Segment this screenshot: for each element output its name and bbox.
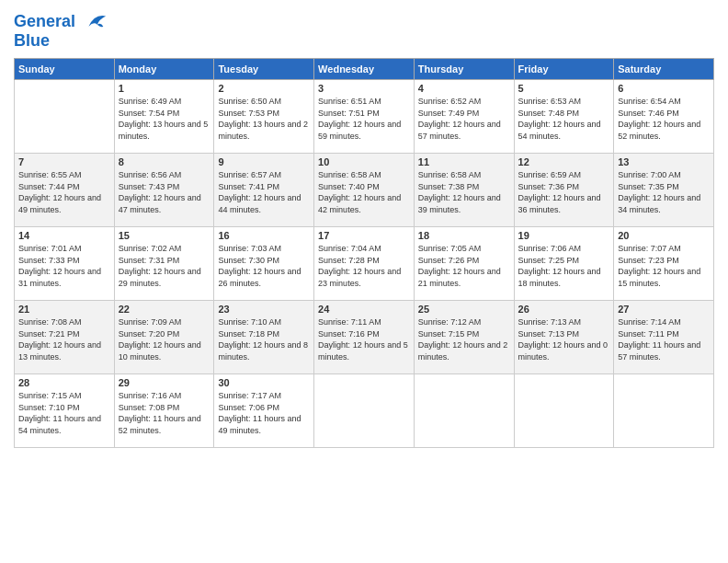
sunset: Sunset: 7:30 PM bbox=[218, 255, 310, 267]
page: General Blue Sunday Monday Tuesday bbox=[0, 0, 728, 563]
cell-5-7 bbox=[614, 374, 714, 448]
sunset: Sunset: 7:28 PM bbox=[318, 255, 410, 267]
cell-2-3: 9Sunrise: 6:57 AMSunset: 7:41 PMDaylight… bbox=[214, 154, 314, 227]
sunrise: Sunrise: 7:08 AM bbox=[18, 316, 110, 328]
cell-2-5: 11Sunrise: 6:58 AMSunset: 7:38 PMDayligh… bbox=[414, 154, 514, 227]
cell-4-5: 25Sunrise: 7:12 AMSunset: 7:15 PMDayligh… bbox=[414, 301, 514, 374]
day-number: 25 bbox=[418, 304, 510, 315]
sunset: Sunset: 7:35 PM bbox=[618, 181, 710, 193]
day-number: 29 bbox=[119, 377, 210, 388]
daylight: Daylight: 13 hours and 2 minutes. bbox=[218, 119, 310, 142]
cell-2-7: 13Sunrise: 7:00 AMSunset: 7:35 PMDayligh… bbox=[614, 154, 714, 227]
sunrise: Sunrise: 7:15 AM bbox=[18, 390, 110, 402]
day-number: 8 bbox=[119, 156, 210, 167]
cell-1-6: 5Sunrise: 6:53 AMSunset: 7:48 PMDaylight… bbox=[514, 80, 614, 154]
day-number: 1 bbox=[119, 83, 210, 94]
sunrise: Sunrise: 6:51 AM bbox=[318, 96, 410, 108]
sunrise: Sunrise: 7:02 AM bbox=[119, 243, 210, 255]
day-info: Sunrise: 6:58 AMSunset: 7:40 PMDaylight:… bbox=[318, 169, 410, 215]
day-info: Sunrise: 7:17 AMSunset: 7:06 PMDaylight:… bbox=[218, 390, 310, 436]
day-number: 9 bbox=[218, 156, 310, 167]
col-friday: Friday bbox=[514, 59, 614, 80]
cell-2-2: 8Sunrise: 6:56 AMSunset: 7:43 PMDaylight… bbox=[114, 154, 214, 227]
daylight: Daylight: 12 hours and 52 minutes. bbox=[618, 119, 710, 142]
sunrise: Sunrise: 7:09 AM bbox=[119, 316, 210, 328]
sunrise: Sunrise: 6:53 AM bbox=[518, 96, 610, 108]
header-row: Sunday Monday Tuesday Wednesday Thursday… bbox=[15, 59, 714, 80]
sunset: Sunset: 7:38 PM bbox=[418, 181, 510, 193]
day-info: Sunrise: 6:56 AMSunset: 7:43 PMDaylight:… bbox=[119, 169, 210, 215]
daylight: Daylight: 12 hours and 2 minutes. bbox=[418, 339, 510, 362]
calendar-table: Sunday Monday Tuesday Wednesday Thursday… bbox=[14, 58, 714, 448]
daylight: Daylight: 12 hours and 42 minutes. bbox=[318, 192, 410, 215]
day-info: Sunrise: 7:08 AMSunset: 7:21 PMDaylight:… bbox=[18, 316, 110, 362]
day-info: Sunrise: 7:02 AMSunset: 7:31 PMDaylight:… bbox=[119, 243, 210, 289]
col-sunday: Sunday bbox=[15, 59, 115, 80]
sunrise: Sunrise: 7:04 AM bbox=[318, 243, 410, 255]
header: General Blue bbox=[14, 9, 714, 51]
cell-4-1: 21Sunrise: 7:08 AMSunset: 7:21 PMDayligh… bbox=[15, 301, 115, 374]
day-info: Sunrise: 7:15 AMSunset: 7:10 PMDaylight:… bbox=[18, 390, 110, 436]
daylight: Daylight: 12 hours and 0 minutes. bbox=[518, 339, 610, 362]
calendar-body: 1Sunrise: 6:49 AMSunset: 7:54 PMDaylight… bbox=[15, 80, 714, 448]
sunrise: Sunrise: 7:13 AM bbox=[518, 316, 610, 328]
sunrise: Sunrise: 7:06 AM bbox=[518, 243, 610, 255]
daylight: Daylight: 12 hours and 10 minutes. bbox=[119, 339, 210, 362]
sunset: Sunset: 7:16 PM bbox=[318, 328, 410, 340]
cell-1-1 bbox=[15, 80, 115, 154]
sunrise: Sunrise: 6:57 AM bbox=[218, 169, 310, 181]
sunrise: Sunrise: 7:16 AM bbox=[119, 390, 210, 402]
day-number: 14 bbox=[18, 230, 110, 241]
sunset: Sunset: 7:18 PM bbox=[218, 328, 310, 340]
sunset: Sunset: 7:46 PM bbox=[618, 108, 710, 120]
sunset: Sunset: 7:36 PM bbox=[518, 181, 610, 193]
cell-2-4: 10Sunrise: 6:58 AMSunset: 7:40 PMDayligh… bbox=[314, 154, 415, 227]
daylight: Daylight: 12 hours and 29 minutes. bbox=[119, 266, 210, 289]
day-info: Sunrise: 6:55 AMSunset: 7:44 PMDaylight:… bbox=[18, 169, 110, 215]
day-info: Sunrise: 6:57 AMSunset: 7:41 PMDaylight:… bbox=[218, 169, 310, 215]
sunrise: Sunrise: 7:11 AM bbox=[318, 316, 410, 328]
daylight: Daylight: 11 hours and 52 minutes. bbox=[119, 413, 210, 436]
daylight: Daylight: 12 hours and 47 minutes. bbox=[119, 192, 210, 215]
daylight: Daylight: 12 hours and 49 minutes. bbox=[18, 192, 110, 215]
cell-3-3: 16Sunrise: 7:03 AMSunset: 7:30 PMDayligh… bbox=[214, 227, 314, 301]
day-info: Sunrise: 7:09 AMSunset: 7:20 PMDaylight:… bbox=[119, 316, 210, 362]
day-number: 12 bbox=[518, 156, 610, 167]
day-info: Sunrise: 6:49 AMSunset: 7:54 PMDaylight:… bbox=[119, 96, 210, 142]
daylight: Daylight: 12 hours and 54 minutes. bbox=[518, 119, 610, 142]
day-number: 7 bbox=[18, 156, 110, 167]
cell-4-7: 27Sunrise: 7:14 AMSunset: 7:11 PMDayligh… bbox=[614, 301, 714, 374]
day-number: 21 bbox=[18, 304, 110, 315]
cell-3-2: 15Sunrise: 7:02 AMSunset: 7:31 PMDayligh… bbox=[114, 227, 214, 301]
sunset: Sunset: 7:11 PM bbox=[618, 328, 710, 340]
sunset: Sunset: 7:44 PM bbox=[18, 181, 110, 193]
cell-1-2: 1Sunrise: 6:49 AMSunset: 7:54 PMDaylight… bbox=[114, 80, 214, 154]
logo-general: General bbox=[14, 12, 75, 30]
day-info: Sunrise: 6:58 AMSunset: 7:38 PMDaylight:… bbox=[418, 169, 510, 215]
day-number: 28 bbox=[18, 377, 110, 388]
daylight: Daylight: 12 hours and 26 minutes. bbox=[218, 266, 310, 289]
sunset: Sunset: 7:21 PM bbox=[18, 328, 110, 340]
day-info: Sunrise: 7:11 AMSunset: 7:16 PMDaylight:… bbox=[318, 316, 410, 362]
daylight: Daylight: 11 hours and 57 minutes. bbox=[618, 339, 710, 362]
cell-4-3: 23Sunrise: 7:10 AMSunset: 7:18 PMDayligh… bbox=[214, 301, 314, 374]
day-number: 16 bbox=[218, 230, 310, 241]
daylight: Daylight: 12 hours and 21 minutes. bbox=[418, 266, 510, 289]
day-number: 2 bbox=[218, 83, 310, 94]
daylight: Daylight: 12 hours and 5 minutes. bbox=[318, 339, 410, 362]
cell-4-2: 22Sunrise: 7:09 AMSunset: 7:20 PMDayligh… bbox=[114, 301, 214, 374]
day-number: 4 bbox=[418, 83, 510, 94]
cell-3-6: 19Sunrise: 7:06 AMSunset: 7:25 PMDayligh… bbox=[514, 227, 614, 301]
sunset: Sunset: 7:43 PM bbox=[119, 181, 210, 193]
sunset: Sunset: 7:53 PM bbox=[218, 108, 310, 120]
sunrise: Sunrise: 7:03 AM bbox=[218, 243, 310, 255]
day-info: Sunrise: 6:51 AMSunset: 7:51 PMDaylight:… bbox=[318, 96, 410, 142]
sunset: Sunset: 7:10 PM bbox=[18, 402, 110, 414]
cell-3-1: 14Sunrise: 7:01 AMSunset: 7:33 PMDayligh… bbox=[15, 227, 115, 301]
sunrise: Sunrise: 7:17 AM bbox=[218, 390, 310, 402]
day-info: Sunrise: 7:00 AMSunset: 7:35 PMDaylight:… bbox=[618, 169, 710, 215]
sunset: Sunset: 7:54 PM bbox=[119, 108, 210, 120]
sunrise: Sunrise: 7:05 AM bbox=[418, 243, 510, 255]
cell-5-4 bbox=[314, 374, 415, 448]
sunrise: Sunrise: 6:49 AM bbox=[119, 96, 210, 108]
